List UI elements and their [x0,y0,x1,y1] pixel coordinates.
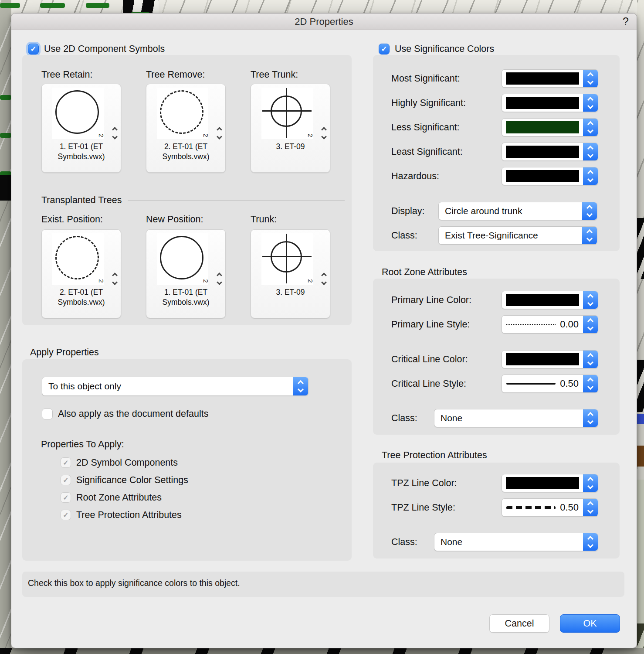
chevron-up-icon [587,378,593,384]
color-swatch [506,97,579,109]
stepper [583,375,598,392]
ok-button[interactable]: OK [560,614,620,633]
significance-class-select[interactable]: Exist Tree-Significance [438,226,597,245]
symbol-picker-new-position[interactable]: 2 1. ET-01 (ET Symbols.vwx) [146,229,226,318]
use-2d-component-symbols-label: Use 2D Component Symbols [44,44,165,54]
primary-line-style-label: Primary Line Style: [391,318,470,331]
apply-properties-header: Apply Properties [30,346,99,359]
tree-remove-label: Tree Remove: [146,68,205,81]
tree-protection-class-label: Class: [391,535,417,548]
less-significant-color-picker[interactable] [502,118,598,136]
most-significant-label: Most Significant: [391,72,460,85]
root-zone-class-select[interactable]: None [434,409,598,427]
highly-significant-color-picker[interactable] [502,94,598,112]
chevron-up-icon [587,501,593,508]
stepper[interactable] [113,273,117,284]
chevron-down-icon [587,324,593,330]
chevron-down-icon [112,134,118,140]
stepper[interactable] [322,273,326,284]
tree-circle-glyph [160,236,203,279]
tree-trunk-label: Tree Trunk: [251,68,298,81]
symbol-thumbnail: 2 [157,233,208,285]
stepper[interactable] [322,128,326,139]
least-significant-color-picker[interactable] [502,143,598,161]
most-significant-color-picker[interactable] [502,69,598,88]
display-select[interactable]: Circle around trunk [438,202,597,220]
stepper[interactable] [113,128,117,139]
significance-class-label: Class: [391,229,417,242]
use-significance-colors-checkbox[interactable]: ✓ [379,44,390,54]
trunk-label: Trunk: [251,213,277,226]
color-swatch [506,121,579,133]
chevron-down-icon [586,235,593,242]
critical-line-style-picker[interactable]: 0.50 [502,375,598,393]
line-style-preview-wrap: 0.50 [506,378,579,389]
root-zone-class-value: None [434,413,462,423]
symbol-thumbnail: 2 [157,88,208,139]
line-style-preview [506,324,556,325]
line-weight-value: 0.00 [560,319,579,330]
chevron-up-icon [321,272,327,278]
chevron-up-icon [298,380,304,386]
background-green-dash [40,3,65,8]
tree-circle-glyph [55,236,99,279]
use-2d-component-symbols-row: ✓ Use 2D Component Symbols [28,42,165,55]
apply-scope-select[interactable]: To this object only [42,377,308,396]
chevron-down-icon [587,359,593,365]
tree-circle-glyph [55,90,99,134]
hazardous-label: Hazardous: [391,170,439,183]
tpz-line-style-label: TPZ Line Style: [391,501,455,514]
crosshair-vertical [286,234,287,283]
property-label: Significance Color Settings [76,475,188,486]
chevron-down-icon [587,483,593,489]
symbol-picker-tree-retain[interactable]: 2 1. ET-01 (ET Symbols.vwx) [41,84,121,173]
chevron-up-icon [587,294,593,300]
line-style-preview-wrap: 0.50 [506,502,579,513]
section-divider [128,200,345,201]
stepper[interactable] [217,128,221,139]
hazardous-color-picker[interactable] [502,167,598,185]
stepper [583,70,598,87]
color-swatch [506,72,579,85]
tree-protection-class-select[interactable]: None [434,533,598,551]
tpz-line-style-picker[interactable]: 0.50 [502,498,598,517]
symbol-caption: 1. ET-01 (ET Symbols.vwx) [44,142,119,162]
chevron-up-icon [217,272,222,278]
chevron-up-icon [587,412,593,418]
stepper [583,316,598,333]
use-2d-component-symbols-checkbox[interactable]: ✓ [28,44,39,54]
stepper [583,409,598,427]
chevron-up-icon [587,170,593,176]
apply-property-row: ✓ Significance Color Settings [61,473,188,487]
background-brown-line [637,446,644,467]
color-swatch [506,146,579,158]
chevron-down-icon [587,508,593,514]
also-apply-defaults-checkbox[interactable]: ✓ [42,409,53,419]
tpz-line-color-picker[interactable] [502,474,598,492]
chevron-down-icon [587,127,593,133]
property-checkbox-significance-color-settings: ✓ [61,475,71,485]
primary-line-color-picker[interactable] [502,291,598,309]
crosshair-horizontal [262,256,312,257]
new-position-label: New Position: [146,213,203,226]
cancel-button[interactable]: Cancel [489,614,549,633]
property-checkbox-tree-protection-attributes: ✓ [61,510,71,520]
use-significance-colors-row: ✓ Use Significance Colors [379,42,494,55]
chevron-up-icon [586,205,593,211]
primary-line-style-picker[interactable]: 0.00 [502,315,598,334]
chevron-down-icon [298,386,304,392]
symbol-thumbnail: 2 [52,88,104,139]
symbol-thumbnail: 2 [261,88,313,139]
chevron-up-icon [587,536,593,542]
critical-line-color-picker[interactable] [502,350,598,368]
background-green-dash [0,133,11,138]
help-text: Check this box to apply significance col… [22,572,624,597]
symbol-picker-tree-remove[interactable]: 2 2. ET-01 (ET Symbols.vwx) [146,84,226,173]
background-blue-line [637,414,644,424]
help-button[interactable]: ? [623,15,629,28]
symbol-picker-tree-trunk[interactable]: 2 3. ET-09 [251,84,330,173]
symbol-picker-exist-position[interactable]: 2 2. ET-01 (ET Symbols.vwx) [41,229,121,318]
property-checkbox-2d-symbol-components: ✓ [61,457,71,468]
symbol-picker-trunk[interactable]: 2 3. ET-09 [251,229,330,318]
stepper[interactable] [217,273,221,284]
